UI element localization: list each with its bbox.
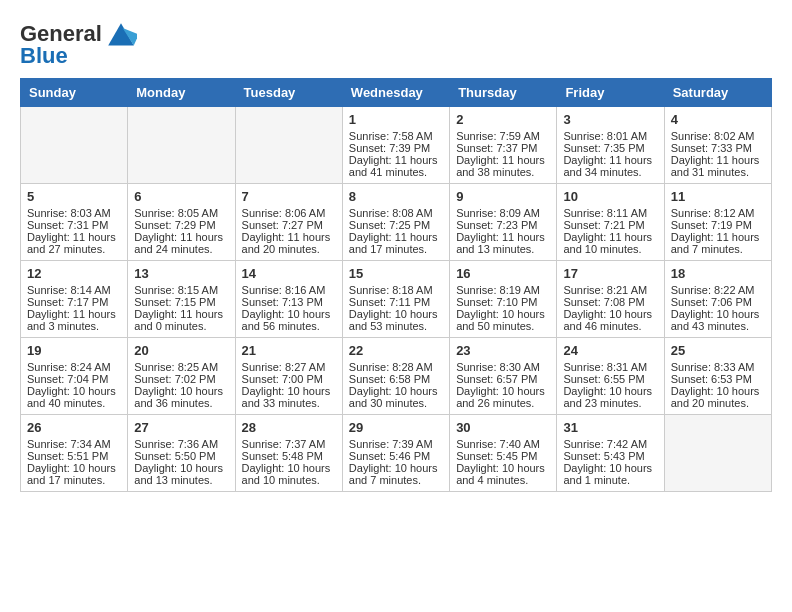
calendar-cell: 30Sunrise: 7:40 AMSunset: 5:45 PMDayligh… <box>450 415 557 492</box>
cell-content: Sunset: 7:15 PM <box>134 296 228 308</box>
cell-content: Sunrise: 8:21 AM <box>563 284 657 296</box>
cell-content: Daylight: 10 hours and 23 minutes. <box>563 385 657 409</box>
cell-content: Sunrise: 8:05 AM <box>134 207 228 219</box>
day-number: 2 <box>456 112 550 127</box>
cell-content: Sunrise: 8:01 AM <box>563 130 657 142</box>
weekday-header-row: SundayMondayTuesdayWednesdayThursdayFrid… <box>21 79 772 107</box>
cell-content: Sunrise: 8:14 AM <box>27 284 121 296</box>
day-number: 24 <box>563 343 657 358</box>
calendar-cell: 17Sunrise: 8:21 AMSunset: 7:08 PMDayligh… <box>557 261 664 338</box>
day-number: 28 <box>242 420 336 435</box>
day-number: 23 <box>456 343 550 358</box>
day-number: 29 <box>349 420 443 435</box>
cell-content: Daylight: 11 hours and 3 minutes. <box>27 308 121 332</box>
cell-content: Sunset: 7:10 PM <box>456 296 550 308</box>
calendar-cell: 23Sunrise: 8:30 AMSunset: 6:57 PMDayligh… <box>450 338 557 415</box>
calendar-cell: 26Sunrise: 7:34 AMSunset: 5:51 PMDayligh… <box>21 415 128 492</box>
cell-content: Sunrise: 8:15 AM <box>134 284 228 296</box>
day-number: 20 <box>134 343 228 358</box>
calendar-cell: 29Sunrise: 7:39 AMSunset: 5:46 PMDayligh… <box>342 415 449 492</box>
cell-content: Sunset: 7:33 PM <box>671 142 765 154</box>
calendar-cell <box>128 107 235 184</box>
day-number: 25 <box>671 343 765 358</box>
calendar-cell: 6Sunrise: 8:05 AMSunset: 7:29 PMDaylight… <box>128 184 235 261</box>
cell-content: Sunrise: 8:28 AM <box>349 361 443 373</box>
cell-content: Daylight: 10 hours and 7 minutes. <box>349 462 443 486</box>
calendar-cell: 27Sunrise: 7:36 AMSunset: 5:50 PMDayligh… <box>128 415 235 492</box>
cell-content: Daylight: 11 hours and 17 minutes. <box>349 231 443 255</box>
calendar-cell: 16Sunrise: 8:19 AMSunset: 7:10 PMDayligh… <box>450 261 557 338</box>
cell-content: Sunset: 7:31 PM <box>27 219 121 231</box>
day-number: 8 <box>349 189 443 204</box>
day-number: 11 <box>671 189 765 204</box>
weekday-header-monday: Monday <box>128 79 235 107</box>
cell-content: Sunrise: 7:39 AM <box>349 438 443 450</box>
cell-content: Daylight: 10 hours and 30 minutes. <box>349 385 443 409</box>
cell-content: Sunset: 5:45 PM <box>456 450 550 462</box>
calendar-cell: 22Sunrise: 8:28 AMSunset: 6:58 PMDayligh… <box>342 338 449 415</box>
cell-content: Daylight: 11 hours and 31 minutes. <box>671 154 765 178</box>
cell-content: Daylight: 11 hours and 38 minutes. <box>456 154 550 178</box>
cell-content: Sunset: 7:11 PM <box>349 296 443 308</box>
cell-content: Daylight: 11 hours and 0 minutes. <box>134 308 228 332</box>
cell-content: Sunrise: 8:30 AM <box>456 361 550 373</box>
calendar-cell: 28Sunrise: 7:37 AMSunset: 5:48 PMDayligh… <box>235 415 342 492</box>
cell-content: Sunrise: 8:31 AM <box>563 361 657 373</box>
day-number: 26 <box>27 420 121 435</box>
cell-content: Sunset: 6:58 PM <box>349 373 443 385</box>
calendar-cell: 5Sunrise: 8:03 AMSunset: 7:31 PMDaylight… <box>21 184 128 261</box>
cell-content: Sunrise: 7:40 AM <box>456 438 550 450</box>
cell-content: Sunset: 5:50 PM <box>134 450 228 462</box>
cell-content: Daylight: 10 hours and 1 minute. <box>563 462 657 486</box>
cell-content: Daylight: 11 hours and 34 minutes. <box>563 154 657 178</box>
cell-content: Daylight: 10 hours and 40 minutes. <box>27 385 121 409</box>
day-number: 17 <box>563 266 657 281</box>
cell-content: Sunset: 6:57 PM <box>456 373 550 385</box>
cell-content: Sunset: 7:00 PM <box>242 373 336 385</box>
cell-content: Sunset: 7:21 PM <box>563 219 657 231</box>
cell-content: Daylight: 10 hours and 53 minutes. <box>349 308 443 332</box>
cell-content: Daylight: 10 hours and 20 minutes. <box>671 385 765 409</box>
calendar-cell: 8Sunrise: 8:08 AMSunset: 7:25 PMDaylight… <box>342 184 449 261</box>
cell-content: Daylight: 10 hours and 46 minutes. <box>563 308 657 332</box>
day-number: 22 <box>349 343 443 358</box>
cell-content: Sunrise: 8:27 AM <box>242 361 336 373</box>
day-number: 16 <box>456 266 550 281</box>
day-number: 6 <box>134 189 228 204</box>
cell-content: Sunrise: 8:02 AM <box>671 130 765 142</box>
day-number: 7 <box>242 189 336 204</box>
cell-content: Sunrise: 7:42 AM <box>563 438 657 450</box>
cell-content: Sunset: 5:51 PM <box>27 450 121 462</box>
cell-content: Sunrise: 8:22 AM <box>671 284 765 296</box>
cell-content: Daylight: 10 hours and 50 minutes. <box>456 308 550 332</box>
weekday-header-wednesday: Wednesday <box>342 79 449 107</box>
cell-content: Sunrise: 7:37 AM <box>242 438 336 450</box>
cell-content: Daylight: 11 hours and 7 minutes. <box>671 231 765 255</box>
cell-content: Daylight: 11 hours and 24 minutes. <box>134 231 228 255</box>
day-number: 4 <box>671 112 765 127</box>
page-header: General Blue <box>20 20 772 68</box>
cell-content: Sunset: 7:02 PM <box>134 373 228 385</box>
day-number: 27 <box>134 420 228 435</box>
calendar-table: SundayMondayTuesdayWednesdayThursdayFrid… <box>20 78 772 492</box>
cell-content: Sunset: 5:43 PM <box>563 450 657 462</box>
cell-content: Daylight: 10 hours and 33 minutes. <box>242 385 336 409</box>
calendar-cell: 1Sunrise: 7:58 AMSunset: 7:39 PMDaylight… <box>342 107 449 184</box>
day-number: 31 <box>563 420 657 435</box>
calendar-cell: 4Sunrise: 8:02 AMSunset: 7:33 PMDaylight… <box>664 107 771 184</box>
cell-content: Sunset: 7:19 PM <box>671 219 765 231</box>
cell-content: Daylight: 11 hours and 27 minutes. <box>27 231 121 255</box>
cell-content: Daylight: 11 hours and 10 minutes. <box>563 231 657 255</box>
weekday-header-sunday: Sunday <box>21 79 128 107</box>
calendar-cell: 18Sunrise: 8:22 AMSunset: 7:06 PMDayligh… <box>664 261 771 338</box>
cell-content: Sunrise: 8:08 AM <box>349 207 443 219</box>
calendar-cell <box>664 415 771 492</box>
calendar-cell: 3Sunrise: 8:01 AMSunset: 7:35 PMDaylight… <box>557 107 664 184</box>
day-number: 14 <box>242 266 336 281</box>
cell-content: Daylight: 10 hours and 56 minutes. <box>242 308 336 332</box>
cell-content: Sunrise: 8:33 AM <box>671 361 765 373</box>
cell-content: Sunrise: 8:19 AM <box>456 284 550 296</box>
cell-content: Sunrise: 8:11 AM <box>563 207 657 219</box>
day-number: 12 <box>27 266 121 281</box>
calendar-cell: 24Sunrise: 8:31 AMSunset: 6:55 PMDayligh… <box>557 338 664 415</box>
